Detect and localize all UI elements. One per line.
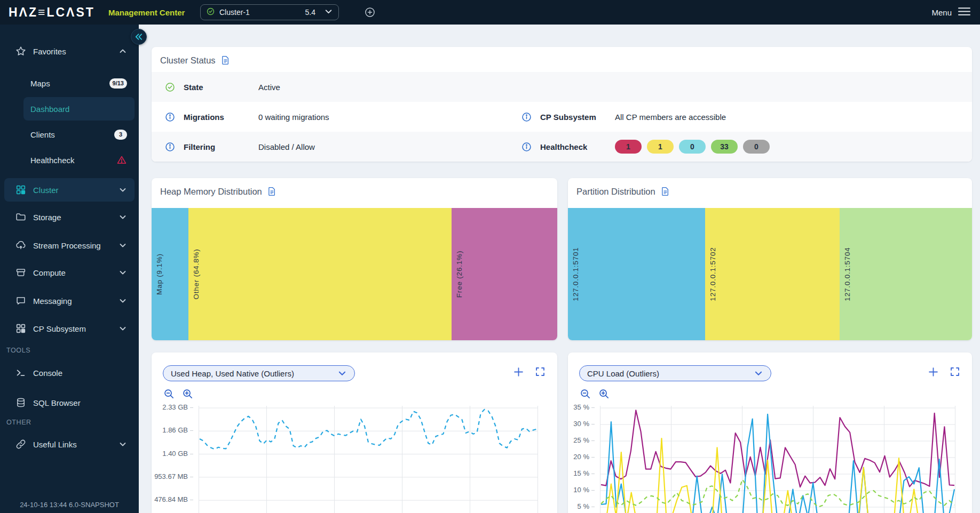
segment-label: 127.0.0.1:5701 [572,247,580,301]
healthcheck-badge[interactable]: 1 [647,140,674,154]
sidebar-item-label: Favorites [33,47,66,56]
sidebar-item-favorites[interactable]: Favorites [4,39,135,63]
y-axis-tick: 20 % [568,452,595,462]
status-value: 0 waiting migrations [258,113,329,122]
sidebar-item-label: Maps [30,79,50,88]
status-rows: StateActiveMigrations0 waiting migration… [152,72,972,162]
zoom-in-icon[interactable] [598,388,610,400]
status-cell-filtering: FilteringDisabled / Allow [152,141,508,153]
info-icon[interactable] [521,141,532,153]
healthcheck-badge[interactable]: 33 [711,140,738,154]
zoom-out-icon[interactable] [163,388,175,400]
topbar: HΛZ≡LCΛST Management Center Cluster-1 5.… [0,0,980,25]
sidebar-item-label: Cluster [33,186,59,195]
distribution-segment-127-0-0-1-5702[interactable]: 127.0.0.1:5702 [705,208,840,340]
distribution-segment-map[interactable]: Map (9.1%) [152,208,188,340]
y-axis-tick: 2.33 GB [152,403,193,412]
sidebar-item-cp-subsystem[interactable]: CP Subsystem [4,317,135,340]
y-axis-tick: 15 % [568,469,595,478]
chevron-down-icon [118,241,127,250]
sidebar-item-cluster[interactable]: Cluster [4,178,135,202]
heap-distribution-title: Heap Memory Distribution [160,187,262,197]
check-icon[interactable] [164,82,176,93]
fullscreen-icon[interactable] [950,366,960,378]
count-badge: 9/13 [109,78,127,89]
y-axis-tick: 476.84 MB [152,495,193,504]
used-heap-chart[interactable] [199,406,538,513]
cloud-icon [15,239,27,251]
distribution-segment-127-0-0-1-5704[interactable]: 127.0.0.1:5704 [840,208,972,340]
sidebar-item-messaging[interactable]: Messaging [4,289,135,312]
healthcheck-badges: 110330 [615,140,770,154]
sidebar-item-label: Dashboard [30,105,69,114]
heap-distribution-card: Heap Memory Distribution Map (9.1%)Other… [152,178,557,340]
partition-distribution-title: Partition Distribution [576,187,655,197]
status-row: Migrations0 waiting migrationsCP Subsyst… [152,102,972,132]
zoom-out-icon[interactable] [579,388,591,400]
docs-icon[interactable] [221,55,230,66]
sidebar-item-compute[interactable]: Compute [4,261,135,284]
sidebar-item-label: Messaging [33,296,72,306]
sidebar-item-label: Storage [33,213,61,222]
y-axis-tick: 35 % [568,403,595,412]
chevron-up-icon [118,47,127,55]
sidebar-item-stream-processing[interactable]: Stream Processing [4,234,135,257]
chevron-down-icon [337,368,347,378]
docs-icon[interactable] [267,186,276,197]
distribution-segment-127-0-0-1-5701[interactable]: 127.0.0.1:5701 [568,208,705,340]
chevron-down-icon [118,440,127,448]
sidebar-item-maps[interactable]: Maps9/13 [4,71,135,95]
status-value: Active [258,83,280,92]
add-chart-icon[interactable] [928,366,939,378]
sidebar-item-label: Useful Links [33,440,77,449]
sidebar-collapse-button[interactable] [131,29,147,45]
count-badge: 3 [114,130,127,140]
sidebar-item-label: Clients [30,130,55,139]
sidebar-item-console[interactable]: Console [4,361,135,384]
status-cell-healthcheck: Healthcheck110330 [508,140,972,154]
sidebar-item-dashboard[interactable]: Dashboard [23,97,135,121]
sidebar-item-useful-links[interactable]: Useful Links [4,432,135,456]
distribution-segment-free[interactable]: Free (26.1%) [452,208,557,340]
sidebar-item-storage[interactable]: Storage [4,205,135,229]
link-icon [15,438,27,450]
sidebar: FavoritesMaps9/13DashboardClients3Health… [0,25,139,513]
distribution-segment-other[interactable]: Other (64.8%) [188,208,451,340]
zoom-in-icon[interactable] [181,388,194,400]
sidebar-item-label: SQL Browser [33,398,81,407]
healthcheck-badge[interactable]: 0 [679,140,706,154]
menu-button[interactable]: Menu [931,7,970,18]
chevron-down-icon [118,186,127,194]
sidebar-item-sql-browser[interactable]: SQL Browser [4,391,135,414]
info-icon[interactable] [164,111,176,123]
info-icon[interactable] [164,141,176,153]
cluster-status-title: Cluster Status [160,55,216,66]
fullscreen-icon[interactable] [535,366,546,378]
status-cell-cp-subsystem: CP SubsystemAll CP members are accessibl… [508,111,972,123]
metric-selector-left[interactable]: Used Heap, Used Native (Outliers) [163,365,355,381]
chevron-down-icon [118,324,127,333]
used-heap-chart-card: Used Heap, Used Native (Outliers) 2.33 G… [152,352,557,513]
cluster-version: 5.4 [305,8,315,17]
cluster-selector[interactable]: Cluster-1 5.4 [200,4,339,20]
add-chart-icon[interactable] [513,366,524,378]
metric-selector-left-label: Used Heap, Used Native (Outliers) [171,369,294,378]
sidebar-item-label: CP Subsystem [33,324,86,333]
segment-label: 127.0.0.1:5704 [843,247,851,301]
docs-icon[interactable] [661,186,670,197]
terminal-icon [15,367,27,379]
status-cell-migrations: Migrations0 waiting migrations [152,111,508,123]
sidebar-item-clients[interactable]: Clients3 [4,123,135,146]
healthcheck-badge[interactable]: 1 [615,140,642,154]
status-label: Healthcheck [540,142,615,151]
sidebar-section-tools: TOOLS [6,347,30,354]
cpu-load-chart[interactable] [600,406,955,513]
metric-selector-right[interactable]: CPU Load (Outliers) [579,365,771,381]
healthcheck-badge[interactable]: 0 [743,140,770,154]
sidebar-item-healthcheck[interactable]: Healthcheck [4,148,135,172]
status-label: Filtering [184,142,258,151]
box-icon [15,267,27,278]
add-cluster-button[interactable] [364,6,376,18]
info-icon[interactable] [521,111,532,123]
chevron-down-icon [118,268,127,277]
